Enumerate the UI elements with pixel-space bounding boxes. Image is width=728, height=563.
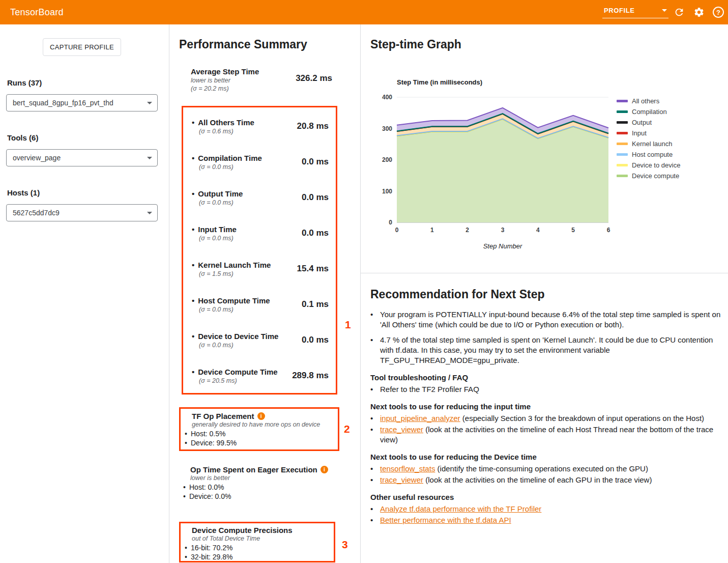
recommendation-section-heading: Next tools to use for reducing the Devic…	[370, 453, 723, 461]
svg-text:0: 0	[389, 219, 392, 226]
eager-execution-title: Op Time Spent on Eager Execution	[190, 465, 336, 474]
section-divider	[361, 273, 728, 273]
tools-select-value: overview_page	[13, 154, 61, 162]
metric-row: Compilation Time(σ = 0.0 ms)0.0 ms	[183, 144, 336, 180]
average-step-time: Average Step Time lower is better (σ = 2…	[191, 67, 332, 92]
tools-select[interactable]: overview_page	[6, 149, 158, 166]
metric-row: Device to Device Time(σ = 0.0 ms)0.0 ms	[183, 322, 336, 358]
tensorboard-profile-page: TensorBoard PROFILE CAPTURE PROFILE Runs…	[0, 0, 728, 563]
runs-select[interactable]: bert_squad_8gpu_fp16_pvt_thd	[6, 94, 158, 111]
tf-op-placement-title-text: TF Op Placement	[192, 412, 254, 420]
svg-text:400: 400	[382, 94, 392, 101]
tf-op-placement-title: TF Op Placement	[192, 412, 338, 420]
link-tensorflow-stats[interactable]: tensorflow_stats	[380, 464, 435, 473]
link-trace-viewer[interactable]: trace_viewer	[380, 425, 423, 434]
legend-item: Device compute	[617, 171, 680, 181]
metric-row: Kernel Launch Time(σ = 1.5 ms)15.4 ms	[183, 251, 336, 287]
tools-label: Tools (6)	[7, 133, 38, 142]
metric-row: Output Time(σ = 0.0 ms)0.0 ms	[183, 180, 336, 215]
hosts-select-value: 5627c5dd7dc9	[13, 209, 60, 217]
svg-text:1: 1	[430, 227, 434, 234]
eager-execution-block: Op Time Spent on Eager Execution lower i…	[183, 465, 336, 501]
annotation-number-2: 2	[344, 423, 350, 435]
dashboard-selector[interactable]: PROFILE	[602, 6, 668, 18]
device-compute-precisions-title-text: Device Compute Precisions	[192, 526, 293, 534]
tf-op-placement-list: Host: 0.5%Device: 99.5%	[185, 429, 338, 447]
legend-label: Host compute	[632, 151, 673, 158]
legend-swatch	[617, 153, 628, 156]
recommendation-item: Analyze tf.data performance with the TF …	[370, 504, 723, 514]
metric-row: All Others Time(σ = 0.6 ms)20.8 ms	[183, 108, 336, 144]
info-icon[interactable]	[257, 412, 265, 420]
stat-item: Device: 0.0%	[183, 492, 336, 501]
step-time-breakdown-annotation-box: All Others Time(σ = 0.6 ms)20.8 msCompil…	[182, 106, 337, 395]
app-header: TensorBoard PROFILE	[0, 0, 728, 24]
stat-item: Host: 0.5%	[185, 429, 338, 438]
chevron-down-icon	[662, 9, 667, 12]
average-step-time-value: 326.2 ms	[296, 73, 332, 92]
performance-summary-title: Performance Summary	[179, 38, 307, 51]
legend-swatch	[617, 100, 628, 102]
chevron-down-icon	[147, 157, 152, 159]
capture-profile-button[interactable]: CAPTURE PROFILE	[43, 38, 121, 56]
step-time-graph-title: Step-time Graph	[370, 38, 461, 51]
legend-swatch	[617, 164, 628, 166]
info-icon[interactable]	[321, 466, 328, 473]
tf-op-placement-annotation-box: TF Op Placement generally desired to hav…	[179, 407, 339, 451]
legend-label: Compilation	[632, 108, 667, 116]
legend-item: Output	[617, 117, 680, 128]
runs-label: Runs (37)	[7, 78, 42, 87]
hosts-select[interactable]: 5627c5dd7dc9	[6, 204, 158, 221]
recommendation-item: Refer to the TF2 Profiler FAQ	[370, 384, 723, 395]
metric-row: Device Compute Time(σ = 20.5 ms)289.8 ms	[183, 358, 336, 393]
settings-gear-icon[interactable]	[693, 7, 705, 18]
recommendation-bullet: 4.7 % of the total step time sampled is …	[370, 335, 723, 365]
svg-text:4: 4	[536, 227, 540, 234]
recommendation-item: trace_viewer (look at the activities on …	[370, 475, 723, 485]
link-analyze-tf-data-performance-with-the-tf-profiler[interactable]: Analyze tf.data performance with the TF …	[380, 504, 541, 513]
recommendation-bullets: Your program is POTENTIALLY input-bound …	[370, 309, 723, 365]
help-icon[interactable]	[713, 7, 724, 18]
average-step-time-label: Average Step Time	[191, 67, 259, 76]
recommendation-bullet: Your program is POTENTIALLY input-bound …	[370, 309, 723, 330]
legend-item: Kernel launch	[617, 138, 680, 149]
recommendation-title: Recommendation for Next Step	[370, 288, 723, 301]
link-better-performance-with-the-tf-data-api[interactable]: Better performance with the tf.data API	[380, 516, 511, 524]
link-trace-viewer[interactable]: trace_viewer	[380, 475, 423, 484]
recommendation-section-heading: Other useful resources	[370, 493, 723, 501]
stat-item: Host: 0.0%	[183, 483, 336, 492]
legend-item: All others	[617, 96, 680, 106]
step-time-chart: 01002003004000123456	[370, 88, 615, 246]
svg-text:3: 3	[501, 227, 505, 234]
eager-execution-list: Host: 0.0%Device: 0.0%	[183, 483, 336, 501]
dashboard-selector-value: PROFILE	[604, 7, 635, 14]
svg-text:2: 2	[465, 227, 469, 234]
legend-label: Device to device	[632, 161, 680, 169]
legend-swatch	[617, 110, 628, 113]
legend-label: Input	[632, 129, 647, 137]
app-title: TensorBoard	[10, 7, 64, 18]
link-input-pipeline-analyzer[interactable]: input_pipeline_analyzer	[380, 414, 460, 423]
recommendation-item: input_pipeline_analyzer (especially Sect…	[370, 413, 723, 424]
metric-row: Input Time(σ = 0.0 ms)0.0 ms	[183, 215, 336, 251]
average-step-time-labels: Average Step Time lower is better (σ = 2…	[191, 67, 259, 92]
stat-item: 16-bit: 70.2%	[185, 543, 334, 552]
eager-execution-title-text: Op Time Spent on Eager Execution	[190, 465, 317, 474]
chart-title: Step Time (in milliseconds)	[397, 78, 482, 86]
legend-swatch	[617, 132, 628, 134]
device-compute-precisions-title: Device Compute Precisions	[192, 526, 334, 534]
refresh-icon[interactable]	[674, 7, 685, 18]
svg-text:200: 200	[382, 156, 392, 163]
legend-label: Kernel launch	[632, 140, 673, 148]
device-compute-precisions-list: 16-bit: 70.2%32-bit: 29.8%	[185, 543, 334, 561]
legend-swatch	[617, 121, 628, 124]
legend-item: Host compute	[617, 149, 680, 160]
sidebar: CAPTURE PROFILE Runs (37) bert_squad_8gp…	[0, 24, 169, 563]
eager-execution-note: lower is better	[190, 474, 336, 482]
svg-text:5: 5	[571, 227, 575, 234]
svg-text:100: 100	[382, 188, 392, 195]
average-step-time-note: lower is better	[191, 77, 259, 84]
annotation-number-3: 3	[342, 539, 348, 551]
average-step-time-sigma: (σ = 20.2 ms)	[191, 85, 259, 92]
stat-item: 32-bit: 29.8%	[185, 552, 334, 561]
